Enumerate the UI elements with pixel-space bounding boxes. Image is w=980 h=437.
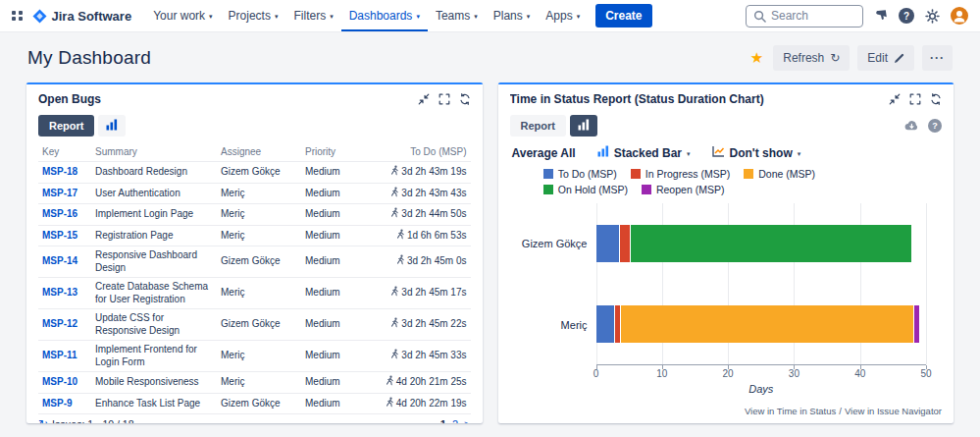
refresh-gadget-icon[interactable] — [459, 93, 471, 105]
open-bugs-gadget: Open Bugs Report — [26, 82, 483, 423]
bar-segment[interactable] — [596, 225, 620, 262]
settings-gear-icon[interactable] — [925, 9, 940, 24]
chart-type-dropdown[interactable]: Stacked Bar ▾ — [597, 145, 691, 160]
issue-priority: Medium — [301, 162, 372, 184]
view-links: View in Time in Status/View in Issue Nav… — [510, 406, 943, 416]
legend-item[interactable]: To Do (MSP) — [543, 168, 617, 180]
view-in-issue-navigator-link[interactable]: View in Issue Navigator — [845, 406, 942, 416]
nav-item-dashboards[interactable]: Dashboards▾ — [341, 0, 428, 31]
dont-show-dropdown[interactable]: Don't show ▾ — [712, 145, 801, 160]
open-bugs-tbody: MSP-18Dashboard RedesignGizem GökçeMediu… — [38, 162, 471, 414]
running-person-icon — [395, 229, 405, 244]
more-button[interactable]: ··· — [922, 45, 953, 71]
nav-item-apps[interactable]: Apps▾ — [538, 0, 588, 31]
next-page-link[interactable]: > — [464, 418, 470, 423]
expand-icon[interactable] — [438, 93, 450, 105]
report-tab[interactable]: Report — [38, 115, 94, 137]
nav-item-teams[interactable]: Teams▾ — [428, 0, 486, 31]
search-box[interactable] — [746, 5, 863, 27]
bar-segment[interactable] — [630, 225, 911, 262]
issue-key-link[interactable]: MSP-18 — [42, 166, 77, 177]
legend-item[interactable]: Reopen (MSP) — [642, 184, 724, 195]
export-cloud-icon[interactable] — [903, 120, 919, 132]
issue-priority: Medium — [301, 309, 372, 341]
issue-key-link[interactable]: MSP-13 — [42, 287, 77, 298]
search-input[interactable] — [771, 9, 855, 23]
stacked-bar-icon — [597, 145, 609, 160]
gadget-help-icon[interactable]: ? — [928, 119, 942, 133]
issue-assignee: Gizem Gökçe — [217, 309, 301, 341]
tick-label: 50 — [920, 368, 931, 379]
col-priority[interactable]: Priority — [301, 142, 372, 162]
edit-button[interactable]: Edit — [857, 45, 914, 71]
issue-key-link[interactable]: MSP-14 — [42, 255, 77, 266]
issue-summary: User Authentication — [91, 183, 217, 204]
app-switcher-icon[interactable] — [12, 11, 23, 22]
chart-controls: Average All Stacked Bar ▾ Don't show ▾ — [498, 140, 954, 162]
issue-key-link[interactable]: MSP-16 — [42, 208, 77, 219]
bar-segment[interactable] — [596, 305, 615, 343]
stacked-bar-gizem-g-k-e[interactable] — [596, 225, 927, 262]
x-axis-title: Days — [514, 381, 939, 399]
view-in-time-in-status-link[interactable]: View in Time in Status — [745, 406, 836, 416]
x-axis: 01020304050 — [596, 368, 927, 381]
nav-left: Jira Software Your work▾Projects▾Filters… — [12, 0, 652, 31]
report-tab[interactable]: Report — [510, 115, 566, 137]
help-icon[interactable]: ? — [899, 8, 914, 24]
issue-key-link[interactable]: MSP-11 — [42, 350, 77, 360]
nav-item-plans[interactable]: Plans▾ — [486, 0, 539, 31]
issue-summary: Dashboard Redesign — [91, 162, 217, 184]
refresh-gadget-icon[interactable] — [930, 93, 942, 105]
bar-segment[interactable] — [619, 225, 630, 262]
header-actions: ★ Refresh ↻ Edit ··· — [750, 45, 953, 71]
page-2-link[interactable]: 2 — [452, 418, 458, 423]
bar-segment[interactable] — [620, 305, 912, 343]
legend-item[interactable]: On Hold (MSP) — [543, 184, 628, 195]
create-button[interactable]: Create — [595, 4, 651, 27]
collapse-icon[interactable] — [889, 93, 901, 105]
table-row: MSP-16Implement Login PageMeriçMedium3d … — [38, 204, 471, 226]
table-row: MSP-18Dashboard RedesignGizem GökçeMediu… — [38, 162, 471, 184]
running-person-icon — [389, 165, 399, 180]
running-person-icon — [389, 187, 399, 201]
issue-time-in-status: 3d 2h 45m 33s — [372, 341, 471, 372]
collapse-icon[interactable] — [418, 93, 430, 105]
nav-item-your-work[interactable]: Your work▾ — [145, 0, 220, 31]
announcements-icon[interactable] — [874, 9, 888, 23]
brand-name[interactable]: Jira Software — [52, 9, 132, 24]
running-person-icon — [389, 349, 399, 363]
running-person-icon — [385, 397, 394, 411]
chart-tab[interactable] — [98, 115, 126, 137]
nav-item-projects[interactable]: Projects▾ — [221, 0, 286, 31]
gadget-title: Time in Status Report (Status Duration C… — [510, 92, 764, 106]
legend-item[interactable]: In Progress (MSP) — [631, 168, 730, 180]
nav-item-filters[interactable]: Filters▾ — [285, 0, 340, 31]
chart-tab[interactable] — [570, 115, 597, 137]
issue-assignee: Meriç — [217, 204, 301, 226]
bar-row — [596, 203, 927, 284]
issue-key-link[interactable]: MSP-10 — [42, 376, 77, 387]
average-all-label[interactable]: Average All — [512, 146, 576, 160]
chevron-down-icon: ▾ — [330, 11, 334, 21]
issue-key-link[interactable]: MSP-17 — [42, 188, 77, 198]
page-1[interactable]: 1 — [440, 418, 446, 423]
legend-item[interactable]: Done (MSP) — [744, 168, 815, 180]
stacked-bar-meri-[interactable] — [596, 305, 927, 343]
issue-key-link[interactable]: MSP-15 — [42, 230, 77, 241]
refresh-issues-icon[interactable]: ↻ — [38, 418, 48, 423]
issue-key-link[interactable]: MSP-12 — [42, 318, 77, 329]
col-key[interactable]: Key — [38, 142, 91, 162]
issue-key-link[interactable]: MSP-9 — [42, 398, 73, 409]
col-todo[interactable]: To Do (MSP) — [372, 142, 471, 162]
chevron-down-icon: ▾ — [798, 148, 801, 158]
favorite-star-icon[interactable]: ★ — [750, 49, 763, 67]
col-assignee[interactable]: Assignee — [217, 142, 301, 162]
legend-swatch — [543, 185, 553, 194]
expand-icon[interactable] — [909, 93, 921, 105]
running-person-icon — [389, 207, 399, 222]
refresh-button[interactable]: Refresh ↻ — [773, 45, 850, 71]
col-summary[interactable]: Summary — [91, 142, 217, 162]
profile-avatar[interactable] — [951, 7, 968, 25]
bar-segment[interactable] — [913, 305, 920, 343]
jira-logo-icon[interactable] — [32, 9, 47, 24]
